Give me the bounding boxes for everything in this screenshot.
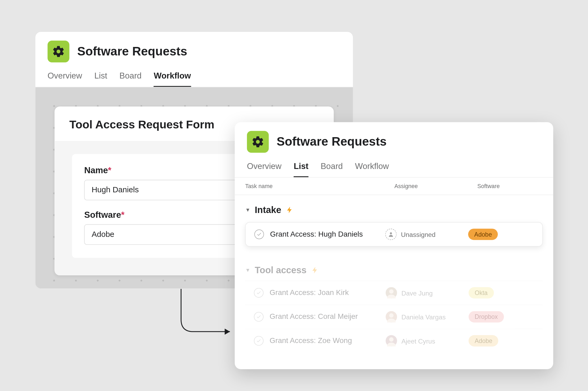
assignee-cell[interactable]: Daniela Vargas bbox=[386, 311, 469, 323]
complete-toggle[interactable] bbox=[254, 229, 264, 239]
software-cell[interactable]: Adobe bbox=[468, 229, 534, 240]
task-row[interactable]: Grant Access: Coral MeijerDaniela Vargas… bbox=[245, 305, 543, 328]
automation-bolt-icon bbox=[311, 266, 319, 274]
svg-point-4 bbox=[389, 313, 393, 318]
required-marker: * bbox=[108, 165, 111, 175]
list-card: Software Requests Overview List Board Wo… bbox=[235, 122, 553, 369]
task-name-text: Grant Access: Coral Meijer bbox=[270, 312, 358, 321]
avatar bbox=[386, 311, 397, 323]
gear-icon bbox=[47, 41, 69, 62]
tab-board[interactable]: Board bbox=[321, 162, 343, 177]
software-cell[interactable]: Adobe bbox=[469, 335, 534, 346]
complete-toggle[interactable] bbox=[254, 288, 263, 298]
assignee-name: Unassigned bbox=[401, 231, 435, 238]
avatar bbox=[386, 335, 397, 346]
workflow-title: Software Requests bbox=[77, 45, 187, 59]
section-header[interactable]: ▼Intake bbox=[245, 199, 543, 220]
list-header: Software Requests bbox=[235, 122, 553, 156]
automation-bolt-icon bbox=[286, 206, 294, 214]
column-headers: Task name Assignee Software bbox=[235, 178, 553, 195]
col-assignee: Assignee bbox=[394, 183, 477, 189]
software-pill: Dropbox bbox=[469, 311, 504, 323]
tab-workflow[interactable]: Workflow bbox=[355, 162, 389, 177]
assignee-name: Dave Jung bbox=[401, 289, 433, 297]
list-title: Software Requests bbox=[277, 135, 387, 149]
tab-board[interactable]: Board bbox=[119, 71, 141, 87]
connector-arrow bbox=[177, 289, 238, 338]
workflow-header: Software Requests bbox=[35, 32, 353, 66]
complete-toggle[interactable] bbox=[254, 336, 263, 346]
tab-overview[interactable]: Overview bbox=[247, 162, 281, 177]
section-name: Intake bbox=[255, 205, 281, 215]
tab-overview[interactable]: Overview bbox=[47, 71, 82, 87]
unassigned-avatar-icon bbox=[385, 229, 397, 240]
assignee-name: Ajeet Cyrus bbox=[401, 337, 435, 345]
task-name-text: Grant Access: Joan Kirk bbox=[270, 288, 349, 297]
avatar bbox=[386, 287, 397, 298]
software-pill: Adobe bbox=[468, 229, 498, 240]
svg-point-2 bbox=[389, 289, 393, 294]
col-task-name: Task name bbox=[245, 183, 394, 189]
task-row[interactable]: Grant Access: Joan KirkDave JungOkta bbox=[245, 281, 543, 305]
list-tabs: Overview List Board Workflow bbox=[235, 156, 553, 178]
tab-workflow[interactable]: Workflow bbox=[154, 71, 191, 87]
assignee-name: Daniela Vargas bbox=[401, 313, 446, 320]
svg-point-6 bbox=[389, 337, 393, 342]
software-cell[interactable]: Dropbox bbox=[469, 311, 534, 323]
field-label: Software bbox=[84, 210, 121, 219]
workflow-tabs: Overview List Board Workflow bbox=[35, 66, 353, 87]
software-pill: Okta bbox=[469, 287, 494, 298]
chevron-down-icon: ▼ bbox=[245, 207, 250, 213]
section-header[interactable]: ▼Tool access bbox=[245, 260, 543, 281]
field-label: Name bbox=[84, 165, 108, 175]
svg-point-0 bbox=[390, 232, 392, 234]
task-name-text: Grant Access: Zoe Wong bbox=[270, 336, 352, 345]
assignee-cell[interactable]: Ajeet Cyrus bbox=[386, 335, 469, 346]
gear-icon bbox=[247, 131, 269, 153]
tab-list[interactable]: List bbox=[294, 162, 308, 177]
software-cell[interactable]: Okta bbox=[469, 287, 534, 298]
chevron-down-icon: ▼ bbox=[245, 267, 250, 273]
col-software: Software bbox=[477, 183, 543, 189]
complete-toggle[interactable] bbox=[254, 312, 263, 322]
task-row[interactable]: Grant Access: Hugh DanielsUnassignedAdob… bbox=[245, 222, 543, 246]
section-name: Tool access bbox=[255, 265, 307, 275]
software-pill: Adobe bbox=[469, 335, 499, 346]
tab-list[interactable]: List bbox=[94, 71, 107, 87]
required-marker: * bbox=[121, 210, 124, 219]
assignee-cell[interactable]: Dave Jung bbox=[386, 287, 469, 298]
task-row[interactable]: Grant Access: Zoe WongAjeet CyrusAdobe bbox=[245, 329, 543, 353]
task-name-text: Grant Access: Hugh Daniels bbox=[270, 230, 363, 239]
assignee-cell[interactable]: Unassigned bbox=[385, 229, 468, 240]
